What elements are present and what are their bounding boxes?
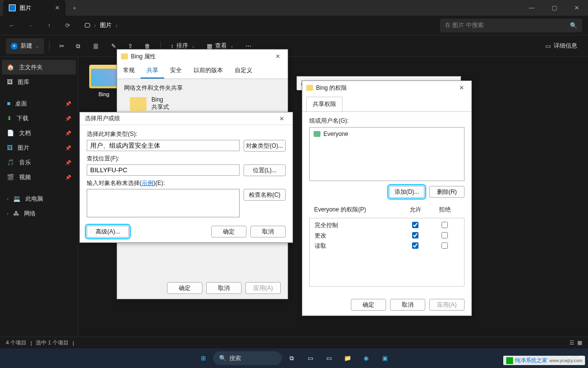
- task-view-button[interactable]: ⧉: [283, 350, 300, 366]
- taskbar-edge[interactable]: ◉: [357, 350, 375, 366]
- tab-general[interactable]: 常规: [117, 63, 141, 79]
- ok-button[interactable]: 确定: [351, 299, 386, 311]
- download-icon: ⬇: [7, 115, 12, 122]
- watermark: 纯净系统之家 www.ycwjzy.com: [503, 356, 585, 365]
- cancel-button[interactable]: 取消: [390, 299, 425, 311]
- refresh-button[interactable]: ⟳: [62, 20, 74, 31]
- deny-header: 拒绝: [430, 206, 460, 214]
- tab-previous[interactable]: 以前的版本: [188, 63, 229, 79]
- close-icon[interactable]: ✕: [272, 53, 284, 60]
- close-tab-icon[interactable]: ✕: [55, 4, 60, 11]
- dialog-titlebar[interactable]: Bing 的权限 ✕: [302, 81, 471, 95]
- maximize-button[interactable]: ▢: [543, 0, 565, 16]
- share-item-name: Bing: [151, 96, 169, 103]
- taskbar-app[interactable]: ▣: [376, 350, 393, 366]
- allow-checkbox[interactable]: [412, 242, 418, 249]
- object-type-field: [87, 140, 240, 151]
- sidebar-item-thispc[interactable]: ›💻此电脑: [2, 191, 76, 206]
- sidebar-item-desktop[interactable]: ■桌面📌: [2, 96, 76, 111]
- close-icon[interactable]: ✕: [276, 115, 288, 122]
- sidebar-item-pictures[interactable]: 🖼图片📌: [2, 140, 76, 155]
- tab-security[interactable]: 安全: [164, 63, 188, 79]
- names-input[interactable]: [87, 189, 240, 217]
- allow-checkbox[interactable]: [412, 222, 418, 228]
- pin-icon: 📌: [65, 101, 71, 106]
- ok-button[interactable]: 确定: [167, 282, 202, 294]
- dialog-title: 选择用户或组: [85, 114, 120, 123]
- start-button[interactable]: ⊞: [195, 350, 212, 366]
- taskbar-search[interactable]: 🔍搜索: [213, 351, 282, 365]
- add-button[interactable]: 添加(D)...: [389, 186, 424, 198]
- group-label: 组或用户名(G):: [309, 117, 465, 125]
- close-icon[interactable]: ✕: [456, 84, 467, 91]
- sidebar-item-downloads[interactable]: ⬇下载📌: [2, 111, 76, 126]
- window-tab[interactable]: 图片 ✕: [3, 0, 66, 16]
- tab-label: 图片: [20, 4, 31, 12]
- add-tab-button[interactable]: ＋: [72, 4, 77, 12]
- locations-button[interactable]: 位置(L)...: [244, 164, 286, 176]
- dialog-titlebar[interactable]: Bing 属性 ✕: [117, 50, 288, 63]
- close-button[interactable]: ✕: [565, 0, 588, 16]
- deny-checkbox[interactable]: [441, 242, 448, 249]
- titlebar: 图片 ✕ ＋ — ▢ ✕: [0, 0, 588, 16]
- users-listbox[interactable]: Everyone: [309, 127, 465, 181]
- deny-checkbox[interactable]: [441, 232, 448, 238]
- apply-button[interactable]: 应用(A): [429, 299, 465, 311]
- taskbar-explorer[interactable]: 📁: [339, 350, 356, 366]
- object-types-button[interactable]: 对象类型(O)...: [244, 140, 286, 152]
- permission-name: 读取: [315, 242, 400, 250]
- permission-row: 完全控制: [310, 220, 464, 231]
- music-icon: 🎵: [7, 159, 14, 166]
- list-item-label: Everyone: [323, 131, 348, 137]
- cut-button[interactable]: ✂: [54, 38, 69, 54]
- sidebar-item-home[interactable]: 🏠主文件夹: [2, 60, 76, 75]
- sidebar: 🏠主文件夹 🖼图库 ■桌面📌 ⬇下载📌 📄文档📌 🖼图片📌 🎵音乐📌 🎬视频📌 …: [0, 57, 78, 346]
- crumb-pictures[interactable]: 图片: [100, 21, 112, 29]
- permission-row: 更改: [310, 231, 464, 241]
- sidebar-item-gallery[interactable]: 🖼图库: [2, 75, 76, 89]
- tab-share-permissions[interactable]: 共享权限: [306, 97, 343, 111]
- taskbar-app[interactable]: ▭: [320, 350, 338, 366]
- sidebar-item-network[interactable]: ›🖧网络: [2, 206, 76, 221]
- deny-checkbox[interactable]: [441, 222, 448, 228]
- sidebar-item-music[interactable]: 🎵音乐📌: [2, 155, 76, 170]
- back-button[interactable]: ←: [6, 20, 18, 31]
- chevron-right-icon: ›: [94, 22, 96, 29]
- list-view-icon[interactable]: ☰: [569, 340, 574, 346]
- cancel-button[interactable]: 取消: [206, 282, 242, 294]
- details-pane-button[interactable]: ▭ 详细信息: [540, 38, 582, 54]
- ok-button[interactable]: 确定: [211, 226, 246, 237]
- allow-checkbox[interactable]: [412, 232, 418, 238]
- section-label: 网络文件和文件夹共享: [124, 84, 281, 92]
- sidebar-item-documents[interactable]: 📄文档📌: [2, 126, 76, 140]
- names-label: 输入对象名称来选择(示例)(E):: [87, 179, 286, 187]
- remove-button[interactable]: 删除(R): [429, 186, 465, 198]
- check-names-button[interactable]: 检查名称(C): [244, 189, 286, 201]
- tab-share[interactable]: 共享: [141, 63, 164, 79]
- tab-custom[interactable]: 自定义: [229, 63, 258, 79]
- grid-view-icon[interactable]: ▦: [577, 340, 582, 346]
- new-button[interactable]: + 新建 ⌄: [6, 38, 44, 54]
- up-button[interactable]: ↑: [43, 20, 55, 31]
- list-item[interactable]: Everyone: [312, 130, 462, 138]
- search-input[interactable]: 在 图片 中搜索 🔍: [440, 19, 582, 32]
- minimize-button[interactable]: —: [520, 0, 543, 16]
- sidebar-item-videos[interactable]: 🎬视频📌: [2, 170, 76, 184]
- location-label: 查找位置(F):: [87, 155, 286, 163]
- breadcrumb[interactable]: 🖵 › 图片 中 ›: [80, 21, 433, 29]
- permissions-table: 完全控制 更改 读取: [309, 218, 465, 287]
- monitor-icon: 🖵: [84, 22, 90, 29]
- search-placeholder: 在 图片 中搜索: [445, 21, 570, 29]
- paste-button[interactable]: 📋: [87, 38, 104, 54]
- taskbar-app[interactable]: ▭: [301, 350, 319, 366]
- copy-button[interactable]: ⧉: [71, 38, 85, 54]
- chevron-down-icon: ⌄: [230, 43, 234, 49]
- document-icon: 📄: [7, 130, 14, 136]
- select-user-dialog: 选择用户或组 ✕ 选择此对象类型(S): 对象类型(O)... 查找位置(F):…: [79, 112, 293, 243]
- examples-link[interactable]: 示例: [142, 180, 153, 186]
- advanced-button[interactable]: 高级(A)...: [87, 226, 129, 237]
- dialog-titlebar[interactable]: 选择用户或组 ✕: [80, 112, 293, 125]
- cancel-button[interactable]: 取消: [250, 226, 286, 237]
- apply-button[interactable]: 应用(A): [245, 282, 281, 294]
- forward-button[interactable]: →: [24, 20, 36, 31]
